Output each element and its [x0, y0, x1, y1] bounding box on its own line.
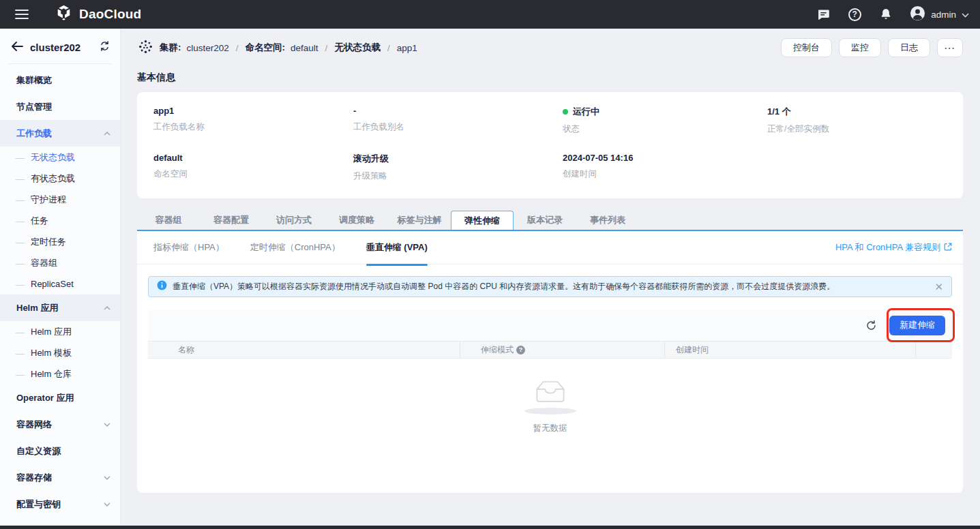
daocloud-logo-icon: [55, 4, 73, 25]
sidebar-item-replicaset[interactable]: ReplicaSet: [0, 273, 120, 294]
sidebar-group-container-network[interactable]: 容器网络: [0, 411, 120, 438]
chevron-down-icon: [104, 423, 110, 427]
user-name: admin: [931, 10, 956, 20]
sidebar-item-custom-resources[interactable]: 自定义资源: [0, 438, 120, 464]
sidebar-item-cronjobs[interactable]: 定时任务: [0, 231, 120, 252]
vpa-table: 新建伸缩 名称 伸缩模式 ? 创建时间: [148, 309, 952, 434]
breadcrumb-workload-name: app1: [397, 43, 417, 53]
tab-revision-history[interactable]: 版本记录: [514, 211, 576, 230]
vpa-info-banner: 垂直伸缩（VPA）策略可以根据容器实际资源使用情况手动或自动调整 Pod 中容器…: [148, 276, 952, 297]
monitoring-button[interactable]: 监控: [839, 38, 881, 57]
breadcrumb-namespace-label: 命名空间:: [246, 42, 286, 54]
detail-tabbar: 容器组 容器配置 访问方式 调度策略 标签与注解 弹性伸缩 版本记录 事件列表: [137, 211, 963, 231]
sidebar-item-pods[interactable]: 容器组: [0, 252, 120, 273]
column-header-scaling-mode[interactable]: 伸缩模式 ?: [460, 342, 665, 358]
close-icon[interactable]: ✕: [934, 282, 943, 292]
chevron-up-icon: [104, 132, 110, 136]
field-workload-alias: - 工作负载别名: [353, 106, 563, 135]
subtab-hpa[interactable]: 指标伸缩（HPA）: [153, 231, 224, 264]
autoscaling-panel: 指标伸缩（HPA） 定时伸缩（CronHPA） 垂直伸缩 (VPA) HPA 和…: [137, 231, 963, 493]
topbar: DaoCloud ? admin: [0, 0, 980, 29]
sidebar-item-jobs[interactable]: 任务: [0, 210, 120, 231]
tab-pods[interactable]: 容器组: [137, 211, 200, 230]
brand-logo[interactable]: DaoCloud: [55, 4, 141, 25]
empty-box-shadow: [524, 408, 576, 414]
avatar: [910, 5, 925, 24]
field-instances: 1/1 个 正常/全部实例数: [767, 106, 947, 135]
field-workload-name: app1 工作负载名称: [153, 106, 353, 135]
column-header-name[interactable]: 名称: [148, 342, 460, 358]
column-header-actions: [916, 342, 952, 358]
tab-container-config[interactable]: 容器配置: [200, 211, 263, 230]
refresh-icon[interactable]: [863, 318, 878, 333]
breadcrumb-separator: /: [236, 43, 239, 53]
create-scaling-button[interactable]: 新建伸缩: [889, 316, 945, 335]
sidebar-group-container-storage[interactable]: 容器存储: [0, 464, 120, 491]
empty-state: 暂无数据: [148, 359, 952, 434]
main-content: 集群: cluster202 / 命名空间: default / 无状态负载 /…: [121, 29, 980, 529]
table-header-row: 名称 伸缩模式 ? 创建时间: [148, 341, 952, 359]
column-header-created-time[interactable]: 创建时间: [665, 342, 916, 358]
console-button[interactable]: 控制台: [781, 38, 832, 57]
subtab-cronhpa[interactable]: 定时伸缩（CronHPA）: [250, 231, 340, 264]
info-icon: [157, 280, 167, 293]
tab-labels-annotations[interactable]: 标签与注解: [388, 211, 451, 230]
breadcrumb-cluster-value[interactable]: cluster202: [187, 43, 229, 53]
sidebar: cluster202 集群概览 节点管理 工作负载 无状态负载 有状态负载 守护…: [0, 29, 121, 529]
sidebar-item-helm-repos[interactable]: Helm 仓库: [0, 363, 120, 384]
sidebar-item-operator-apps[interactable]: Operator 应用: [0, 384, 120, 411]
sidebar-group-config-secrets[interactable]: 配置与密钥: [0, 491, 120, 517]
more-actions-button[interactable]: ···: [937, 38, 963, 57]
sidebar-item-deployments[interactable]: 无状态负载: [0, 147, 120, 168]
tab-autoscaling[interactable]: 弹性伸缩: [451, 211, 514, 230]
sidebar-item-helm-templates[interactable]: Helm 模板: [0, 342, 120, 363]
vpa-toolbar: 新建伸缩: [148, 309, 952, 341]
sidebar-item-cluster-overview[interactable]: 集群概览: [0, 67, 120, 93]
banner-text: 垂直伸缩（VPA）策略可以根据容器实际资源使用情况手动或自动调整 Pod 中容器…: [173, 281, 929, 292]
switch-cluster-icon[interactable]: [99, 41, 110, 54]
empty-text: 暂无数据: [533, 423, 567, 434]
status-value: 运行中: [573, 106, 599, 118]
breadcrumb-namespace-value[interactable]: default: [291, 43, 318, 53]
chevron-down-icon: [104, 502, 110, 507]
field-upgrade-strategy: 滚动升级 升级策略: [353, 153, 563, 182]
sidebar-cluster-name: cluster202: [30, 42, 92, 53]
sidebar-item-node-management[interactable]: 节点管理: [0, 93, 120, 120]
menu-icon[interactable]: [15, 10, 29, 19]
status-dot-icon: [563, 109, 568, 115]
logs-button[interactable]: 日志: [888, 38, 930, 57]
sidebar-item-helm-apps[interactable]: Helm 应用: [0, 321, 120, 342]
basic-info-card: app1 工作负载名称 - 工作负载别名 运行中 状态 1/1 个 正常/全部实…: [137, 92, 963, 198]
message-icon[interactable]: [816, 7, 831, 22]
hpa-cronhpa-compat-link[interactable]: HPA 和 CronHPA 兼容规则: [835, 241, 952, 254]
cluster-dots-icon: [137, 38, 154, 57]
empty-box-icon: [528, 376, 573, 412]
bottom-bar: [0, 526, 980, 529]
external-link-icon: [944, 243, 952, 253]
sidebar-item-statefulsets[interactable]: 有状态负载: [0, 168, 120, 189]
user-menu[interactable]: admin: [910, 5, 969, 24]
back-icon[interactable]: [11, 42, 23, 54]
notification-bell-icon[interactable]: [878, 7, 893, 22]
sidebar-nav: 集群概览 节点管理 工作负载 无状态负载 有状态负载 守护进程 任务 定时任务 …: [0, 64, 120, 517]
chevron-down-icon: [962, 8, 969, 20]
help-tooltip-icon[interactable]: ?: [516, 346, 525, 354]
tab-event-list[interactable]: 事件列表: [576, 211, 639, 230]
tab-access-method[interactable]: 访问方式: [263, 211, 325, 230]
subtab-vpa[interactable]: 垂直伸缩 (VPA): [366, 231, 428, 264]
chevron-up-icon: [104, 306, 110, 310]
tab-scheduling-policy[interactable]: 调度策略: [325, 211, 388, 230]
basic-info-title: 基本信息: [137, 72, 963, 84]
help-icon[interactable]: ?: [847, 7, 862, 22]
field-created-time: 2024-07-05 14:16 创建时间: [563, 153, 767, 182]
sidebar-item-daemonsets[interactable]: 守护进程: [0, 189, 120, 210]
breadcrumb-workload-type[interactable]: 无状态负载: [334, 42, 381, 54]
sidebar-group-workloads[interactable]: 工作负载: [0, 120, 120, 147]
chevron-down-icon: [104, 476, 110, 480]
sidebar-group-helm-apps[interactable]: Helm 应用: [0, 294, 120, 321]
field-namespace: default 命名空间: [153, 153, 353, 182]
breadcrumb: 集群: cluster202 / 命名空间: default / 无状态负载 /…: [137, 38, 417, 57]
field-status: 运行中 状态: [563, 106, 767, 135]
brand-name: DaoCloud: [79, 7, 141, 22]
breadcrumb-separator: /: [325, 43, 328, 53]
